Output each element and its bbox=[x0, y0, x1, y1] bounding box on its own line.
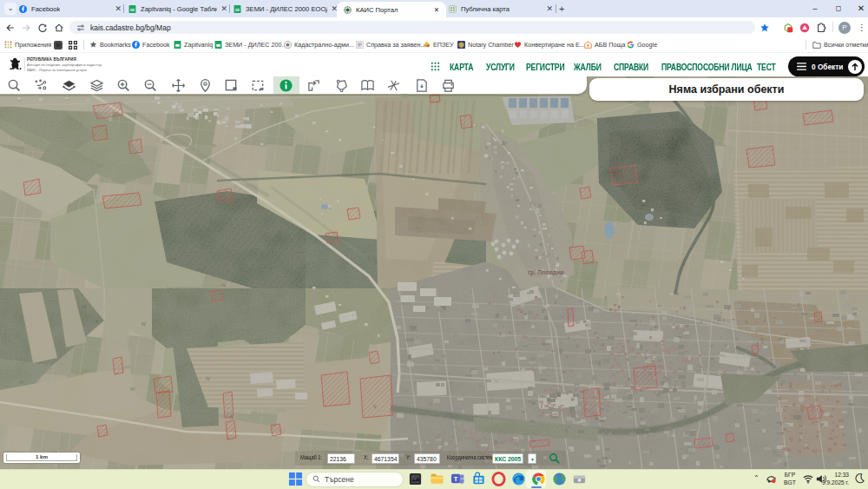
svg-text:T: T bbox=[454, 475, 458, 483]
